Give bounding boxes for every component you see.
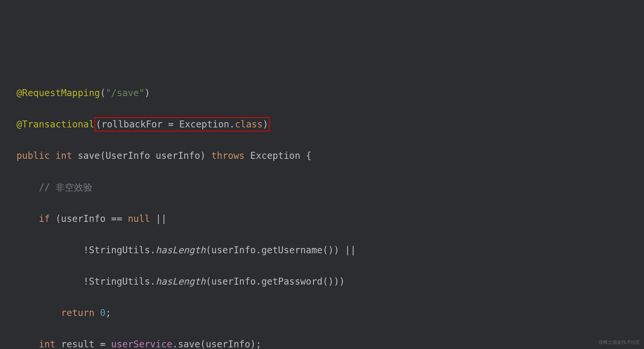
code-line: !StringUtils.hasLength(userInfo.getUsern… (17, 242, 627, 258)
negation: !StringUtils. (83, 245, 155, 256)
params: (UserInfo userInfo) (100, 150, 206, 161)
method-name: save (78, 150, 100, 161)
paren: ( (100, 87, 106, 98)
keyword-if: if (39, 213, 50, 224)
annotation: @RequestMapping (17, 87, 100, 98)
variable-decl: result = (61, 339, 106, 349)
code-line: if (userInfo == null || (17, 211, 627, 227)
keyword-throws: throws (211, 150, 245, 161)
keyword-int: int (55, 150, 72, 161)
keyword-int: int (39, 339, 55, 349)
highlight-box: (rollbackFor = Exception.class) (94, 117, 270, 131)
keyword-public: public (17, 150, 50, 161)
semicolon: ; (106, 307, 111, 318)
comment: // 非空效验 (39, 182, 92, 193)
field-ref: userService (111, 339, 172, 349)
code-line: public int save(UserInfo userInfo) throw… (17, 148, 627, 164)
condition: (userInfo == (55, 213, 122, 224)
method-call: hasLength (155, 276, 206, 287)
code-line: int result = userService.save(userInfo); (17, 336, 627, 349)
method-chain: .save(userInfo); (172, 339, 261, 349)
keyword-class: class (235, 119, 262, 130)
keyword-return: return (61, 307, 94, 318)
code-line: !StringUtils.hasLength(userInfo.getPassw… (17, 274, 627, 290)
args: (userInfo.getPassword())) (206, 276, 345, 287)
code-editor[interactable]: @RequestMapping("/save") @Transactional(… (17, 69, 627, 349)
code-line: return 0; (17, 305, 627, 321)
operator-or: || (155, 213, 167, 224)
param-text: rollbackFor = Exception. (101, 119, 235, 130)
negation: !StringUtils. (83, 276, 155, 287)
method-call: hasLength (155, 245, 206, 256)
code-line: @RequestMapping("/save") (17, 85, 627, 101)
number-literal: 0 (100, 307, 106, 318)
args: (userInfo.getUsername()) || (206, 245, 356, 256)
code-line: // 非空效验 (17, 180, 627, 195)
paren: ) (145, 87, 150, 98)
code-line: @Transactional(rollbackFor = Exception.c… (17, 117, 627, 132)
paren: ) (263, 119, 268, 130)
keyword-null: null (128, 213, 150, 224)
string-literal: "/save" (106, 87, 145, 98)
watermark: @稀土掘金技术社区 (598, 338, 640, 346)
exception-type: Exception { (250, 150, 311, 161)
annotation: @Transactional (17, 119, 94, 130)
paren: ( (96, 119, 101, 130)
